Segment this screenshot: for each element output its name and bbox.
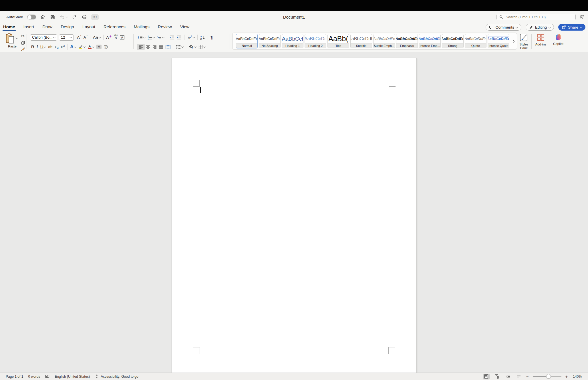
clear-formatting-button[interactable]: A — [105, 34, 113, 41]
language-status[interactable]: English (United States) — [55, 375, 90, 379]
tab-layout[interactable]: Layout — [82, 24, 96, 31]
phonetic-guide-button[interactable]: abcA — [113, 34, 119, 41]
character-shading-button[interactable]: A — [95, 44, 103, 50]
decrease-indent-button[interactable] — [168, 34, 176, 41]
character-border-button[interactable]: A — [119, 34, 125, 41]
font-size-combo[interactable]: 12 — [59, 34, 74, 41]
document-page[interactable] — [172, 58, 417, 373]
document-area — [0, 52, 588, 373]
subscript-button[interactable]: x2 — [53, 44, 60, 50]
enclose-characters-button[interactable]: 字 — [103, 44, 109, 50]
text-effects-button[interactable]: A — [69, 44, 77, 50]
paste-chevron-icon[interactable] — [16, 37, 18, 39]
line-spacing-button[interactable] — [175, 44, 184, 50]
style-chip-nospacing[interactable]: AaBbCcDdEe No Spacing — [259, 34, 281, 48]
style-chip-intense-quote[interactable]: AaBbCcDdEe Intense Quote — [488, 34, 509, 48]
proofing-icon[interactable] — [45, 374, 50, 379]
more-commands-button[interactable]: ••• — [91, 14, 99, 20]
cut-icon[interactable]: ✂ — [21, 33, 25, 39]
change-case-button[interactable]: Aa — [92, 34, 102, 41]
distribute-text-button[interactable] — [164, 44, 172, 50]
paste-button[interactable] — [5, 33, 18, 44]
share-button[interactable]: Share — [558, 24, 585, 31]
search-input[interactable] — [505, 15, 573, 19]
copilot-group: Copilot — [551, 31, 566, 52]
redo-icon[interactable] — [72, 14, 78, 20]
increase-indent-button[interactable] — [176, 34, 183, 41]
web-layout-view-button[interactable] — [494, 374, 500, 379]
style-chip-normal[interactable]: AaBbCcDdEe Normal — [236, 34, 258, 48]
tab-home[interactable]: Home — [3, 24, 16, 31]
page-count[interactable]: Page 1 of 1 — [6, 375, 23, 379]
strikethrough-button[interactable]: ab — [47, 44, 53, 50]
tab-insert[interactable]: Insert — [23, 24, 35, 31]
show-paragraph-marks-button[interactable]: ¶ — [209, 34, 214, 41]
bold-button[interactable]: B — [30, 44, 35, 50]
tab-review[interactable]: Review — [157, 24, 172, 31]
style-chip-heading1[interactable]: AaBbCcI Heading 1 — [282, 34, 303, 48]
style-chip-strong[interactable]: AaBbCcDdEe Strong — [442, 34, 464, 48]
tab-view[interactable]: View — [180, 24, 190, 31]
multilevel-list-button[interactable] — [156, 34, 165, 41]
zoom-in-button[interactable]: + — [565, 374, 568, 379]
word-count[interactable]: 0 words — [28, 375, 40, 379]
search-box[interactable] — [496, 14, 576, 20]
style-chip-subtle[interactable]: AaBbCcDdEe Subtle Emph... — [373, 34, 395, 48]
style-chip-intense-emphasis[interactable]: AaBbCcDdEe Intense Emp... — [419, 34, 441, 48]
tab-draw[interactable]: Draw — [42, 24, 53, 31]
font-color-button[interactable]: A — [87, 44, 95, 50]
undo-icon[interactable] — [59, 14, 65, 20]
shading-button[interactable] — [188, 44, 197, 50]
autosave-toggle[interactable] — [27, 15, 36, 19]
home-icon[interactable] — [40, 14, 46, 20]
draft-view-button[interactable] — [515, 374, 522, 379]
copilot-label[interactable]: Copilot — [551, 42, 566, 46]
align-right-button[interactable] — [151, 44, 158, 50]
align-left-button[interactable] — [137, 44, 145, 50]
copy-icon[interactable] — [21, 41, 25, 45]
undo-menu-chevron-icon[interactable] — [66, 16, 68, 18]
numbering-button[interactable]: 123 — [146, 34, 156, 41]
tab-design[interactable]: Design — [60, 24, 75, 31]
addins-label[interactable]: Add-ins — [533, 43, 549, 46]
tab-references[interactable]: References — [103, 24, 126, 31]
zoom-slider-thumb[interactable] — [546, 374, 551, 379]
comments-button[interactable]: Comments — [486, 24, 521, 31]
people-icon[interactable] — [579, 14, 585, 20]
format-painter-icon[interactable] — [21, 47, 25, 51]
style-chip-heading2[interactable]: AaBbCcDc Heading 2 — [305, 34, 326, 48]
style-chip-title[interactable]: AaBb( Title — [327, 34, 349, 48]
editing-mode-button[interactable]: Editing — [526, 24, 554, 31]
zoom-out-button[interactable]: − — [526, 374, 529, 379]
addins-icon[interactable] — [537, 33, 545, 41]
styles-pane-label[interactable]: Styles Pane — [518, 43, 530, 50]
style-chip-quote[interactable]: AaBbCcDdEe Quote — [465, 34, 486, 48]
print-layout-view-button[interactable] — [483, 374, 490, 379]
align-center-button[interactable] — [145, 44, 151, 50]
borders-button[interactable] — [197, 44, 207, 50]
bullets-button[interactable] — [137, 34, 146, 41]
print-icon[interactable] — [82, 14, 87, 20]
sort-button[interactable]: AZ — [199, 34, 206, 41]
italic-button[interactable]: I — [35, 44, 39, 50]
zoom-level[interactable]: 140% — [573, 375, 582, 379]
accessibility-status[interactable]: Accessibility: Good to go — [101, 375, 138, 379]
style-chip-emphasis[interactable]: AaBbCcDdEe Emphasis — [396, 34, 418, 48]
styles-gallery-more-icon[interactable] — [512, 40, 514, 42]
text-highlight-button[interactable] — [77, 44, 87, 50]
paste-icon — [5, 33, 15, 44]
justify-button[interactable] — [158, 44, 164, 50]
styles-pane-icon[interactable] — [520, 33, 528, 41]
copilot-icon[interactable] — [555, 33, 562, 41]
superscript-button[interactable]: x2 — [60, 44, 66, 50]
save-icon[interactable] — [50, 14, 55, 20]
style-chip-subtitle[interactable]: AaBbCcDdE Subtitle — [350, 34, 372, 48]
font-name-combo[interactable]: Calibri (Bo... — [30, 34, 57, 41]
outline-view-button[interactable] — [504, 374, 511, 379]
asian-layout-button[interactable]: A — [186, 34, 196, 41]
grow-font-button[interactable]: Aˆ — [76, 34, 82, 41]
underline-button[interactable]: U — [39, 44, 47, 50]
shrink-font-button[interactable]: Aˇ — [82, 34, 89, 41]
tab-mailings[interactable]: Mailings — [133, 24, 150, 31]
zoom-slider[interactable] — [533, 376, 561, 377]
